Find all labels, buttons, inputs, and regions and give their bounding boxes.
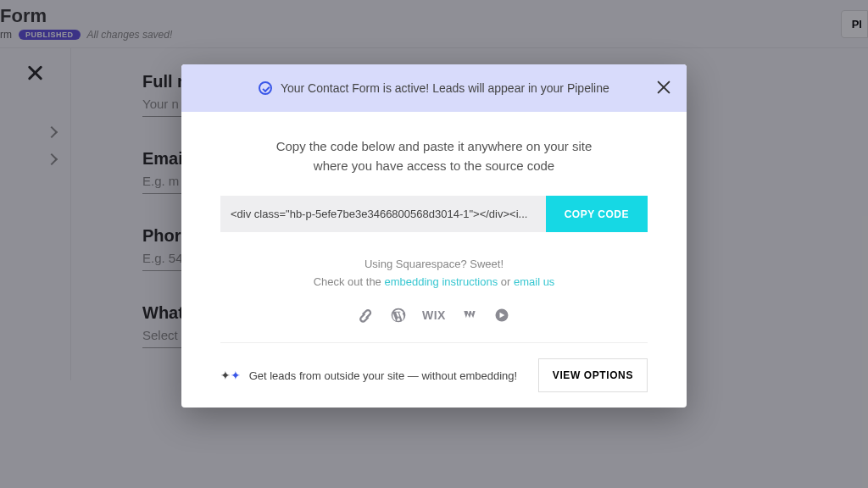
sq-mid: or	[498, 275, 514, 288]
squarespace-icon	[358, 307, 375, 324]
divider	[220, 342, 648, 343]
sparkle-icon: ✦✦	[220, 369, 241, 382]
email-us-link[interactable]: email us	[514, 275, 554, 288]
wix-icon: WIX	[422, 308, 446, 322]
platform-icon	[493, 307, 510, 324]
copy-code-button[interactable]: COPY CODE	[546, 196, 648, 232]
instr-line-2: where you have access to the source code	[220, 157, 648, 176]
view-options-button[interactable]: VIEW OPTIONS	[538, 358, 648, 392]
platform-icons: WIX	[220, 307, 648, 324]
squarespace-help: Using Squarespace? Sweet! Check out the …	[220, 256, 648, 291]
modal-banner: Your Contact Form is active! Leads will …	[181, 64, 687, 112]
banner-text: Your Contact Form is active! Leads will …	[281, 81, 609, 95]
close-icon[interactable]	[654, 78, 673, 97]
instr-line-1: Copy the code below and paste it anywher…	[220, 137, 648, 157]
embedding-instructions-link[interactable]: embedding instructions	[384, 275, 498, 288]
sq-prefix: Check out the	[314, 275, 385, 288]
weebly-icon	[461, 307, 478, 324]
instructions: Copy the code below and paste it anywher…	[220, 137, 648, 175]
sq-line-1: Using Squarespace? Sweet!	[220, 256, 648, 274]
code-snippet[interactable]: <div class="hb-p-5efe7be3e3466800568d301…	[220, 196, 546, 232]
footer-text-content: Get leads from outside your site — witho…	[249, 369, 518, 382]
wordpress-icon	[390, 307, 407, 324]
modal-overlay: Your Contact Form is active! Leads will …	[0, 0, 868, 488]
check-circle-icon	[259, 81, 272, 95]
embed-modal: Your Contact Form is active! Leads will …	[181, 64, 687, 408]
footer-text: ✦✦ Get leads from outside your site — wi…	[220, 369, 528, 382]
